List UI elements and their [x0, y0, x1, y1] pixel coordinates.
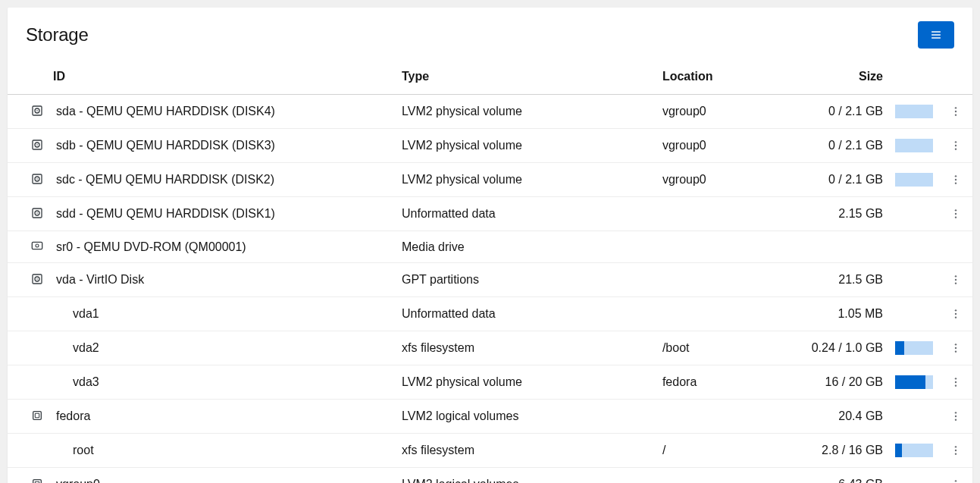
row-id[interactable]: sr0 - QEMU DVD-ROM (QM00001)	[50, 231, 396, 263]
row-size: 21.5 GB	[798, 263, 889, 297]
table-row[interactable]: vda3LVM2 physical volumefedora16 / 20 GB	[8, 365, 972, 400]
row-location: /	[656, 434, 798, 468]
row-location: vgroup0	[656, 163, 798, 197]
table-row[interactable]: fedoraLVM2 logical volumes20.4 GB	[8, 400, 972, 434]
row-size: 0 / 2.1 GB	[798, 129, 889, 163]
row-usage-cell	[889, 231, 939, 263]
kebab-menu-icon[interactable]	[947, 475, 965, 483]
row-id[interactable]: vda3	[50, 365, 396, 400]
table-row[interactable]: vda2xfs filesystem/boot0.24 / 1.0 GB	[8, 331, 972, 365]
row-icon-cell	[8, 468, 50, 484]
table-row[interactable]: sda - QEMU QEMU HARDDISK (DISK4)LVM2 phy…	[8, 95, 972, 129]
usage-bar	[895, 139, 933, 152]
row-usage-cell	[889, 129, 939, 163]
hdd-icon	[30, 206, 44, 220]
col-header-size[interactable]: Size	[798, 59, 889, 95]
row-location	[656, 197, 798, 231]
table-row[interactable]: sdc - QEMU QEMU HARDDISK (DISK2)LVM2 phy…	[8, 163, 972, 197]
table-row[interactable]: rootxfs filesystem/2.8 / 16 GB	[8, 434, 972, 468]
col-header-location[interactable]: Location	[656, 59, 798, 95]
row-actions-cell	[939, 331, 972, 365]
row-id[interactable]: fedora	[50, 400, 396, 434]
col-header-id[interactable]: ID	[50, 59, 396, 95]
kebab-menu-icon[interactable]	[947, 305, 965, 323]
usage-bar	[895, 341, 933, 355]
col-header-usage	[889, 59, 939, 95]
row-usage-cell	[889, 331, 939, 365]
row-usage-cell	[889, 263, 939, 297]
row-icon-cell	[8, 331, 50, 365]
row-id[interactable]: vda - VirtIO Disk	[50, 263, 396, 297]
row-size: 0 / 2.1 GB	[798, 163, 889, 197]
kebab-menu-icon[interactable]	[947, 171, 965, 189]
row-type: LVM2 logical volumes	[396, 400, 656, 434]
row-type: LVM2 physical volume	[396, 365, 656, 400]
row-size: 16 / 20 GB	[798, 365, 889, 400]
row-id[interactable]: vda1	[50, 297, 396, 331]
row-id[interactable]: sdb - QEMU QEMU HARDDISK (DISK3)	[50, 129, 396, 163]
row-type: Media drive	[396, 231, 656, 263]
kebab-menu-icon[interactable]	[947, 136, 965, 155]
hamburger-icon	[929, 28, 943, 42]
row-icon-cell	[8, 231, 50, 263]
col-header-type[interactable]: Type	[396, 59, 656, 95]
row-icon-cell	[8, 400, 50, 434]
row-usage-cell	[889, 434, 939, 468]
row-actions-cell	[939, 197, 972, 231]
kebab-menu-icon[interactable]	[947, 205, 965, 223]
kebab-menu-icon[interactable]	[947, 271, 965, 289]
volgroup-icon	[30, 409, 44, 422]
row-size: 0 / 2.1 GB	[798, 95, 889, 129]
table-row[interactable]: sr0 - QEMU DVD-ROM (QM00001)Media drive	[8, 231, 972, 263]
row-location	[656, 400, 798, 434]
kebab-menu-icon[interactable]	[947, 441, 965, 459]
row-id[interactable]: sdd - QEMU QEMU HARDDISK (DISK1)	[50, 197, 396, 231]
storage-card: Storage ID Type Location Size s	[8, 8, 972, 483]
table-row[interactable]: sdd - QEMU QEMU HARDDISK (DISK1)Unformat…	[8, 197, 972, 231]
row-type: xfs filesystem	[396, 331, 656, 365]
row-usage-cell	[889, 400, 939, 434]
row-actions-cell	[939, 297, 972, 331]
row-size: 2.8 / 16 GB	[798, 434, 889, 468]
row-location	[656, 263, 798, 297]
row-size: 0.24 / 1.0 GB	[798, 331, 889, 365]
optical-icon	[30, 239, 44, 252]
hdd-icon	[30, 272, 44, 286]
kebab-menu-icon[interactable]	[947, 102, 965, 121]
kebab-menu-icon[interactable]	[947, 339, 965, 357]
table-row[interactable]: vda - VirtIO DiskGPT partitions21.5 GB	[8, 263, 972, 297]
row-id[interactable]: sdc - QEMU QEMU HARDDISK (DISK2)	[50, 163, 396, 197]
row-usage-cell	[889, 297, 939, 331]
row-usage-cell	[889, 95, 939, 129]
storage-table: ID Type Location Size sda - QEMU QEMU HA…	[8, 59, 972, 483]
row-icon-cell	[8, 434, 50, 468]
hdd-icon	[30, 104, 44, 118]
row-type: LVM2 physical volume	[396, 129, 656, 163]
table-row[interactable]: vda1Unformatted data1.05 MB	[8, 297, 972, 331]
row-id[interactable]: vda2	[50, 331, 396, 365]
storage-menu-button[interactable]	[918, 21, 954, 49]
row-size: 2.15 GB	[798, 197, 889, 231]
usage-bar	[895, 444, 933, 457]
row-icon-cell	[8, 365, 50, 400]
row-actions-cell	[939, 365, 972, 400]
table-row[interactable]: vgroup0LVM2 logical volumes6.43 GB	[8, 468, 972, 484]
row-id[interactable]: vgroup0	[50, 468, 396, 484]
row-icon-cell	[8, 163, 50, 197]
row-id[interactable]: sda - QEMU QEMU HARDDISK (DISK4)	[50, 95, 396, 129]
hdd-icon	[30, 172, 44, 186]
kebab-menu-icon[interactable]	[947, 373, 965, 391]
table-row[interactable]: sdb - QEMU QEMU HARDDISK (DISK3)LVM2 phy…	[8, 129, 972, 163]
row-actions-cell	[939, 129, 972, 163]
page-title: Storage	[26, 24, 89, 45]
volgroup-icon	[30, 477, 44, 484]
row-actions-cell	[939, 95, 972, 129]
row-location: /boot	[656, 331, 798, 365]
kebab-menu-icon[interactable]	[947, 407, 965, 425]
row-id[interactable]: root	[50, 434, 396, 468]
usage-bar	[895, 173, 933, 187]
col-header-actions	[939, 59, 972, 95]
row-usage-cell	[889, 197, 939, 231]
row-icon-cell	[8, 263, 50, 297]
row-size: 20.4 GB	[798, 400, 889, 434]
